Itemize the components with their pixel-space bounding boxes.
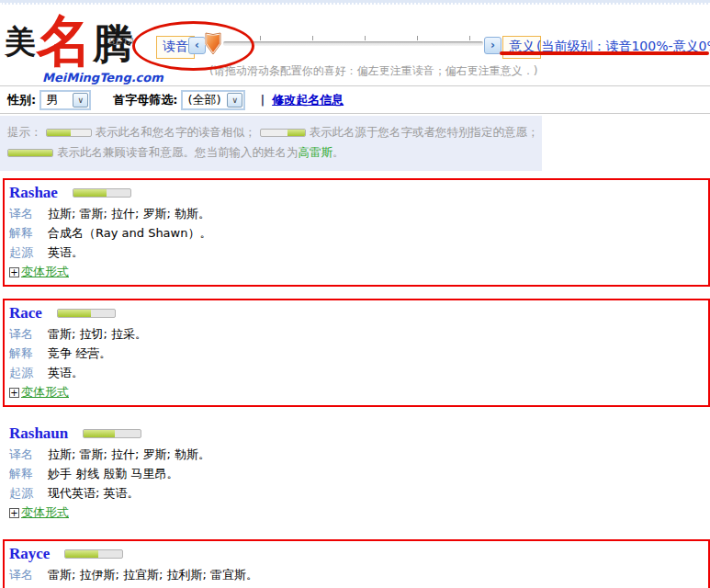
- filter-bar: 性别: 男 ∨ 首字母筛选: (全部) ∨ | 修改起名信息: [0, 85, 710, 114]
- row-label: 解释: [9, 465, 39, 482]
- entry-header: Race: [9, 303, 699, 323]
- slider-tick: [417, 36, 418, 40]
- entry-rows: 译名拉斯; 雷斯; 拉什; 罗斯; 勒斯。解释合成名（Ray and Shawn…: [9, 205, 699, 261]
- name-title: Rashaun: [9, 424, 68, 443]
- slider-right-arrow-button[interactable]: ›: [484, 37, 502, 54]
- expand-plus-icon[interactable]: +: [9, 508, 19, 518]
- entry-header: Rayce: [9, 544, 699, 564]
- entry-row: 译名雷斯; 拉切; 拉采。: [9, 325, 699, 343]
- tip-prefix: 提示：: [7, 125, 42, 139]
- logo-char-ming: 名: [37, 14, 92, 69]
- variant-forms-link[interactable]: 变体形式: [21, 384, 69, 401]
- row-label: 解释: [9, 345, 39, 362]
- logo-char-teng: 腾: [93, 25, 133, 69]
- slider-tick: [469, 36, 470, 40]
- current-surname: 高雷斯: [299, 145, 333, 159]
- variant-forms: + 变体形式: [9, 504, 699, 521]
- legend-bar-both: [7, 149, 53, 157]
- slider-tick: [365, 36, 366, 40]
- tip-legend-3: 表示此名兼顾读音和意愿。您当前输入的姓名为: [57, 145, 299, 159]
- tip-legend-1: 表示此名和您名字的读音相似；: [96, 125, 256, 139]
- entry-rows: 译名拉斯; 雷斯; 拉什; 罗斯; 勒斯。解释妙手 射线 殷勤 马里昂。起源现代…: [9, 446, 699, 502]
- slider-tick: [312, 36, 313, 40]
- variant-forms: + 变体形式: [9, 384, 699, 401]
- name-title: Race: [9, 304, 42, 322]
- tip-legend-2: 表示此名源于您名字或者您特别指定的意愿；: [310, 125, 539, 139]
- expand-plus-icon[interactable]: +: [9, 267, 19, 277]
- tip-box: 提示：表示此名和您名字的读音相似；表示此名源于您名字或者您特别指定的意愿； 表示…: [0, 116, 542, 171]
- row-value: 英语。: [48, 364, 84, 381]
- row-label: 译名: [9, 205, 39, 222]
- row-value: 妙手 射线 殷勤 马里昂。: [48, 465, 178, 482]
- variant-forms: + 变体形式: [9, 264, 699, 280]
- gender-select[interactable]: 男 ∨: [39, 90, 91, 110]
- name-title: Rayce: [9, 545, 50, 563]
- row-label: 起源: [9, 364, 39, 381]
- entry-row: 解释竞争 经营。: [9, 345, 699, 362]
- gender-selected-value: 男: [41, 92, 73, 108]
- name-entry: Rayce 译名雷斯; 拉伊斯; 拉宜斯; 拉利斯; 雷宜斯。起源英语; 法国。…: [3, 539, 710, 588]
- beta-badge: BETA: [108, 35, 135, 46]
- tip-suffix: 。: [332, 145, 344, 159]
- current-level-text: (当前级别：读音100%-意义0%): [536, 39, 710, 55]
- row-value: 雷斯; 拉伊斯; 拉宜斯; 拉利斯; 雷宜斯。: [48, 566, 258, 583]
- initial-filter-label: 首字母筛选:: [113, 92, 177, 108]
- expand-plus-icon[interactable]: +: [9, 388, 19, 398]
- preference-slider-track[interactable]: [223, 41, 483, 46]
- chevron-down-icon: ∨: [73, 93, 88, 107]
- row-label: 起源: [9, 484, 39, 502]
- meaning-label: 意义: [502, 36, 541, 59]
- row-value: 雷斯; 拉切; 拉采。: [48, 325, 147, 343]
- entry-header: Rashae: [9, 183, 699, 203]
- entry-row: 起源现代英语; 英语。: [9, 484, 699, 502]
- entry-row: 译名雷斯; 拉伊斯; 拉宜斯; 拉利斯; 雷宜斯。: [9, 566, 699, 583]
- slider-caption: (请拖动滑动条配置你的喜好：偏左更注重读音；偏右更注重意义．): [209, 63, 537, 79]
- logo-char-mei: 美: [5, 27, 36, 69]
- name-entry-list: Rashae 译名拉斯; 雷斯; 拉什; 罗斯; 勒斯。解释合成名（Ray an…: [3, 178, 710, 588]
- initial-filter-select[interactable]: (全部) ∨: [181, 90, 245, 110]
- match-progress-bar: [64, 549, 123, 559]
- row-label: 译名: [9, 566, 39, 583]
- slider-shield-handle-icon[interactable]: [203, 31, 223, 56]
- row-value: 现代英语; 英语。: [48, 484, 140, 502]
- name-entry: Race 译名雷斯; 拉切; 拉采。解释竞争 经营。起源英语。 + 变体形式: [3, 299, 710, 407]
- entry-rows: 译名雷斯; 拉伊斯; 拉宜斯; 拉利斯; 雷宜斯。起源英语; 法国。: [9, 566, 699, 588]
- gender-label: 性别:: [7, 92, 36, 108]
- header: 美 名 腾 BETA MeiMingTeng.com 读音 ‹ › 意义 (当前…: [0, 5, 710, 85]
- row-label: 译名: [9, 446, 39, 463]
- legend-bar-meaning: [260, 129, 306, 137]
- row-value: 合成名（Ray and Shawn）。: [48, 224, 211, 242]
- legend-bar-pronunciation: [46, 129, 92, 137]
- tip-line-1: 提示：表示此名和您名字的读音相似；表示此名源于您名字或者您特别指定的意愿；: [7, 122, 542, 142]
- entry-row: 解释合成名（Ray and Shawn）。: [9, 224, 699, 242]
- entry-row: 起源英语。: [9, 364, 699, 381]
- row-value: 拉斯; 雷斯; 拉什; 罗斯; 勒斯。: [48, 446, 210, 463]
- name-title: Rashae: [9, 184, 58, 202]
- entry-row: 译名拉斯; 雷斯; 拉什; 罗斯; 勒斯。: [9, 205, 699, 222]
- entry-header: Rashaun: [9, 424, 699, 444]
- slider-tick: [260, 36, 261, 40]
- edit-naming-info-link[interactable]: 修改起名信息: [272, 92, 344, 108]
- row-label: 起源: [9, 243, 39, 261]
- match-progress-bar: [73, 188, 131, 198]
- row-label: 解释: [9, 224, 39, 242]
- site-domain: MeiMingTeng.com: [42, 71, 163, 85]
- tip-line-2: 表示此名兼顾读音和意愿。您当前输入的姓名为高雷斯。: [7, 142, 542, 163]
- row-label: 译名: [9, 325, 39, 343]
- name-entry: Rashae 译名拉斯; 雷斯; 拉什; 罗斯; 勒斯。解释合成名（Ray an…: [3, 178, 710, 287]
- variant-forms-link[interactable]: 变体形式: [21, 264, 69, 280]
- initial-selected-value: (全部): [183, 92, 227, 108]
- entry-row: 解释妙手 射线 殷勤 马里昂。: [9, 465, 699, 482]
- entry-row: 起源英语。: [9, 243, 699, 261]
- row-value: 竞争 经营。: [48, 345, 111, 362]
- match-progress-bar: [83, 429, 141, 438]
- entry-row: 译名拉斯; 雷斯; 拉什; 罗斯; 勒斯。: [9, 446, 699, 463]
- name-entry: Rashaun 译名拉斯; 雷斯; 拉什; 罗斯; 勒斯。解释妙手 射线 殷勤 …: [3, 419, 710, 527]
- variant-forms-link[interactable]: 变体形式: [21, 504, 69, 521]
- match-progress-bar: [57, 309, 116, 318]
- row-value: 拉斯; 雷斯; 拉什; 罗斯; 勒斯。: [48, 205, 210, 222]
- row-value: 英语。: [48, 243, 84, 261]
- chevron-down-icon: ∨: [227, 93, 242, 107]
- separator: |: [260, 93, 265, 107]
- entry-rows: 译名雷斯; 拉切; 拉采。解释竞争 经营。起源英语。: [9, 325, 699, 381]
